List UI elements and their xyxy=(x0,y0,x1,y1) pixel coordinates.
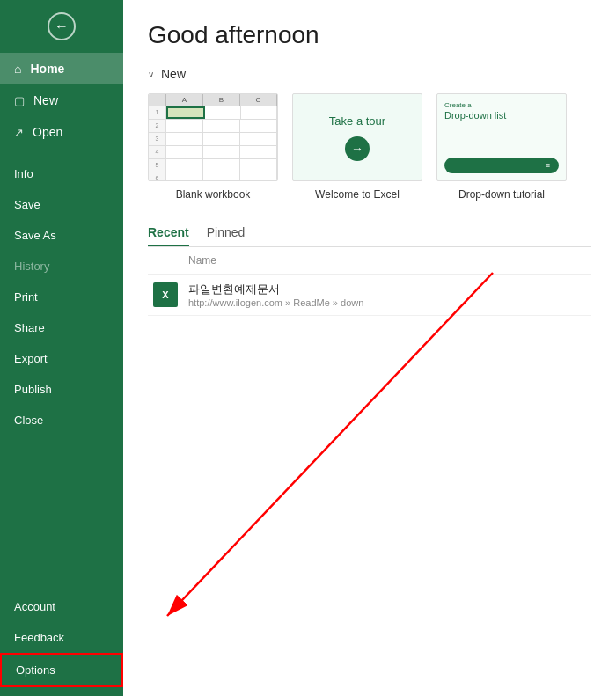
back-button[interactable]: ← xyxy=(0,0,123,53)
name-col-header: Name xyxy=(183,247,591,275)
blank-workbook-thumb: A B C 1 2 xyxy=(148,93,278,181)
svg-line-1 xyxy=(167,273,493,616)
sidebar-item-save[interactable]: Save xyxy=(0,189,123,220)
chevron-down-icon: ∨ xyxy=(148,70,154,79)
tab-recent[interactable]: Recent xyxy=(148,225,189,246)
sidebar-open-label: Open xyxy=(33,125,62,139)
tab-pinned[interactable]: Pinned xyxy=(207,225,246,246)
excel-file-icon: X xyxy=(153,282,178,307)
template-dropdown[interactable]: Create a Drop-down list ≡ Drop-down tuto… xyxy=(436,93,567,201)
dropdown-label: Drop-down tutorial xyxy=(458,188,545,201)
sidebar-item-print[interactable]: Print xyxy=(0,282,123,312)
sidebar-home-label: Home xyxy=(30,62,64,76)
file-icon-col-header xyxy=(148,247,183,275)
sidebar-item-history: History xyxy=(0,251,123,282)
sidebar-item-info[interactable]: Info xyxy=(0,158,123,189)
back-circle-icon: ← xyxy=(48,12,76,40)
sidebar-bottom: Account Feedback Options xyxy=(0,591,123,696)
dropdown-thumb: Create a Drop-down list ≡ xyxy=(436,93,567,181)
sidebar-item-publish[interactable]: Publish xyxy=(0,374,123,405)
sidebar-item-feedback[interactable]: Feedback xyxy=(0,622,123,653)
sidebar-item-options[interactable]: Options xyxy=(0,653,123,687)
home-icon: ⌂ xyxy=(14,62,21,76)
file-path: http://www.ilogen.com » ReadMe » down xyxy=(188,297,586,308)
file-name-cell: 파일변환예제문서 http://www.ilogen.com » ReadMe … xyxy=(183,275,591,316)
blank-workbook-label: Blank workbook xyxy=(176,188,251,201)
greeting-text: Good afternoon xyxy=(148,21,591,49)
welcome-label: Welcome to Excel xyxy=(315,188,400,201)
sidebar-item-new[interactable]: ▢ New xyxy=(0,84,123,116)
new-icon: ▢ xyxy=(14,94,25,107)
templates-row: A B C 1 2 xyxy=(148,93,591,201)
dropdown-create-text: Create a xyxy=(444,101,559,109)
sidebar-item-save-as[interactable]: Save As xyxy=(0,220,123,251)
file-icon-cell: X xyxy=(148,275,183,316)
sidebar-item-account[interactable]: Account xyxy=(0,591,123,622)
dropdown-arrow-icon: ≡ xyxy=(546,161,550,170)
sidebar: ← ⌂ Home ▢ New ↗ Open Info Save Save As … xyxy=(0,0,123,696)
sidebar-item-close[interactable]: Close xyxy=(0,405,123,436)
template-blank[interactable]: A B C 1 2 xyxy=(148,93,278,201)
sidebar-item-share[interactable]: Share xyxy=(0,312,123,343)
tabs-row: Recent Pinned xyxy=(148,225,591,247)
welcome-card-text: Take a tour xyxy=(329,114,385,128)
dropdown-btn: ≡ xyxy=(444,158,559,173)
new-section-label: New xyxy=(161,67,186,81)
sidebar-item-open[interactable]: ↗ Open xyxy=(0,116,123,148)
template-welcome[interactable]: Take a tour → Welcome to Excel xyxy=(292,93,422,201)
main-content: Good afternoon ∨ New A B C 1 xyxy=(123,0,616,696)
sidebar-item-home[interactable]: ⌂ Home xyxy=(0,53,123,84)
table-row[interactable]: X 파일변환예제문서 http://www.ilogen.com » ReadM… xyxy=(148,275,591,316)
sidebar-new-label: New xyxy=(33,93,58,107)
files-table: Name X 파일변환예제문서 http://www.ilogen.com » … xyxy=(148,247,591,316)
open-icon: ↗ xyxy=(14,126,24,139)
dropdown-title: Drop-down list xyxy=(444,109,559,121)
file-name: 파일변환예제문서 xyxy=(188,282,586,297)
welcome-thumb: Take a tour → xyxy=(292,93,422,181)
sidebar-item-export[interactable]: Export xyxy=(0,343,123,374)
new-section-header: ∨ New xyxy=(148,67,591,81)
welcome-arrow-icon: → xyxy=(345,136,370,161)
